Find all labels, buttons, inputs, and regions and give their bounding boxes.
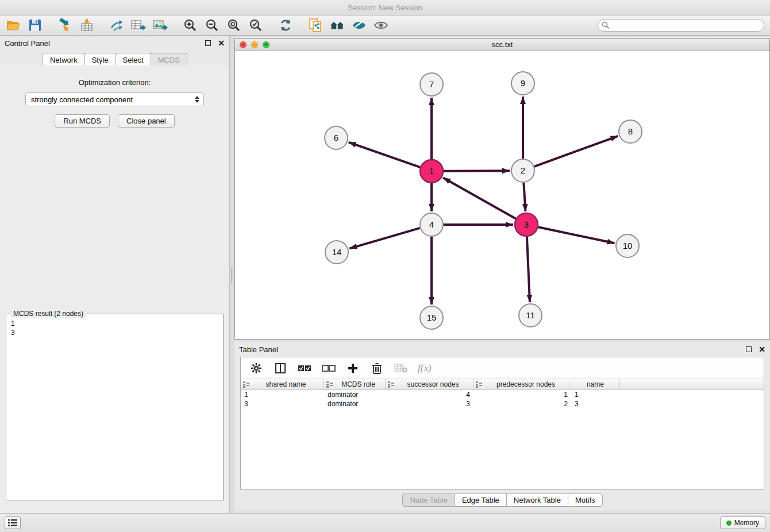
svg-text:9: 9 bbox=[521, 78, 525, 88]
optimization-criterion-label: Optimization criterion: bbox=[0, 78, 229, 87]
column-header-name[interactable]: name bbox=[571, 379, 620, 390]
zoom-in-icon[interactable] bbox=[183, 18, 198, 33]
graph-edge[interactable] bbox=[527, 237, 530, 302]
zoom-out-icon[interactable] bbox=[205, 18, 220, 33]
close-panel-icon[interactable]: ✕ bbox=[218, 39, 225, 47]
show-columns-icon[interactable] bbox=[273, 361, 288, 376]
graph-edge[interactable] bbox=[534, 136, 618, 167]
result-line: 1 bbox=[11, 319, 218, 328]
table-settings-gear-icon[interactable] bbox=[249, 361, 264, 376]
search-input[interactable] bbox=[598, 19, 764, 32]
export-image-icon[interactable] bbox=[153, 18, 168, 33]
mcds-result-list[interactable]: 1 3 bbox=[6, 314, 223, 342]
float-panel-icon[interactable] bbox=[205, 40, 211, 46]
column-header-shared-name[interactable]: shared name bbox=[241, 379, 324, 390]
network-window-titlebar[interactable]: scc.txt × − + bbox=[235, 38, 769, 51]
import-table-icon[interactable] bbox=[79, 18, 94, 33]
graph-edge[interactable] bbox=[444, 171, 510, 171]
tab-mcds[interactable]: MCDS bbox=[151, 53, 187, 67]
window-minimize-icon[interactable]: − bbox=[251, 41, 258, 48]
application-window: Session: New Session bbox=[0, 0, 770, 532]
graph-edge[interactable] bbox=[349, 142, 420, 167]
graph-node[interactable]: 11 bbox=[519, 304, 542, 327]
window-close-icon[interactable]: × bbox=[240, 41, 247, 48]
network-graph[interactable]: 7968124314101511 bbox=[235, 51, 769, 339]
graph-node[interactable]: 3 bbox=[515, 213, 538, 236]
task-history-button[interactable] bbox=[5, 516, 21, 529]
column-header-predecessor-nodes[interactable]: predecessor nodes bbox=[473, 379, 571, 390]
main-toolbar bbox=[0, 16, 770, 36]
mcds-result-box: MCDS result (2 nodes) 1 3 bbox=[6, 314, 224, 500]
graph-node[interactable]: 14 bbox=[325, 241, 348, 264]
table-toolbar: f(x) bbox=[241, 357, 764, 379]
graph-node[interactable]: 9 bbox=[511, 72, 534, 95]
tab-select[interactable]: Select bbox=[116, 53, 151, 67]
column-header-mcds-role[interactable]: MCDS role bbox=[324, 379, 386, 390]
table-panel: Table Panel ✕ bbox=[234, 342, 770, 510]
delete-table-icon[interactable] bbox=[394, 361, 409, 376]
table-row[interactable]: 3dominator323 bbox=[241, 399, 764, 408]
network-window-title: scc.txt bbox=[235, 40, 769, 49]
close-panel-button[interactable]: Close panel bbox=[118, 114, 175, 128]
titlebar[interactable]: Session: New Session bbox=[0, 0, 770, 16]
create-column-icon[interactable] bbox=[345, 361, 360, 376]
tab-network[interactable]: Network bbox=[43, 53, 85, 67]
zoom-fit-icon[interactable] bbox=[226, 18, 241, 33]
graph-edge[interactable] bbox=[349, 228, 420, 249]
graph-node[interactable]: 7 bbox=[420, 73, 443, 96]
window-title: Session: New Session bbox=[348, 3, 422, 12]
graph-node[interactable]: 1 bbox=[420, 160, 443, 183]
graph-node[interactable]: 4 bbox=[420, 213, 443, 236]
column-header-successor-nodes[interactable]: successor nodes bbox=[386, 379, 473, 390]
import-network-icon[interactable] bbox=[57, 18, 72, 33]
zoom-selected-icon[interactable] bbox=[248, 18, 263, 33]
network-icon[interactable] bbox=[109, 18, 124, 33]
tab-edge-table[interactable]: Edge Table bbox=[455, 494, 507, 507]
search-field[interactable] bbox=[598, 19, 764, 32]
open-file-icon[interactable] bbox=[6, 18, 21, 33]
tab-node-table[interactable]: Node Table bbox=[402, 494, 455, 507]
tab-motifs[interactable]: Motifs bbox=[568, 494, 603, 507]
node-table[interactable]: 1dominator4113dominator323 bbox=[241, 390, 764, 489]
column-type-icon bbox=[326, 381, 333, 388]
save-session-icon[interactable] bbox=[28, 18, 43, 33]
selected-option: strongly connected component bbox=[31, 95, 133, 104]
run-mcds-button[interactable]: Run MCDS bbox=[55, 114, 110, 128]
vertical-splitter[interactable] bbox=[230, 36, 234, 513]
svg-text:2: 2 bbox=[521, 165, 525, 175]
graph-edge[interactable] bbox=[538, 227, 615, 243]
network-window[interactable]: scc.txt × − + 7968124314101511 bbox=[234, 38, 770, 340]
refresh-icon[interactable] bbox=[278, 18, 293, 33]
memory-button[interactable]: Memory bbox=[720, 516, 765, 529]
tab-style[interactable]: Style bbox=[84, 53, 116, 67]
eye-icon[interactable] bbox=[374, 18, 388, 33]
graph-node[interactable]: 8 bbox=[619, 120, 642, 143]
svg-text:3: 3 bbox=[524, 219, 529, 229]
float-table-panel-icon[interactable] bbox=[746, 346, 752, 352]
graph-node[interactable]: 2 bbox=[511, 159, 534, 182]
style-icon[interactable] bbox=[352, 18, 367, 33]
network-table-icon[interactable] bbox=[131, 18, 146, 33]
clipboard-network-icon[interactable] bbox=[308, 18, 323, 33]
graph-node[interactable]: 10 bbox=[616, 234, 639, 257]
close-table-panel-icon[interactable]: ✕ bbox=[759, 345, 765, 353]
window-zoom-icon[interactable]: + bbox=[263, 41, 270, 48]
graph-node[interactable]: 6 bbox=[325, 126, 348, 149]
control-panel-tabs: Network Style Select MCDS bbox=[0, 51, 229, 67]
network-canvas[interactable]: 7968124314101511 bbox=[235, 51, 769, 339]
svg-text:7: 7 bbox=[429, 79, 434, 89]
tab-network-table[interactable]: Network Table bbox=[506, 494, 568, 507]
home-icon[interactable] bbox=[330, 18, 345, 33]
svg-text:15: 15 bbox=[427, 313, 437, 322]
function-builder-icon[interactable]: f(x) bbox=[418, 363, 432, 374]
delete-column-icon[interactable] bbox=[369, 361, 384, 376]
table-row[interactable]: 1dominator411 bbox=[241, 390, 764, 399]
dropdown-stepper-icon bbox=[193, 94, 201, 105]
graph-edge[interactable] bbox=[523, 183, 525, 211]
optimization-criterion-select[interactable]: strongly connected component bbox=[25, 92, 204, 106]
graph-node[interactable]: 15 bbox=[420, 306, 443, 329]
graph-edge[interactable] bbox=[443, 178, 516, 218]
select-all-columns-icon[interactable] bbox=[297, 361, 312, 376]
control-panel-title: Control Panel bbox=[5, 39, 205, 48]
unselect-all-columns-icon[interactable] bbox=[321, 361, 336, 376]
